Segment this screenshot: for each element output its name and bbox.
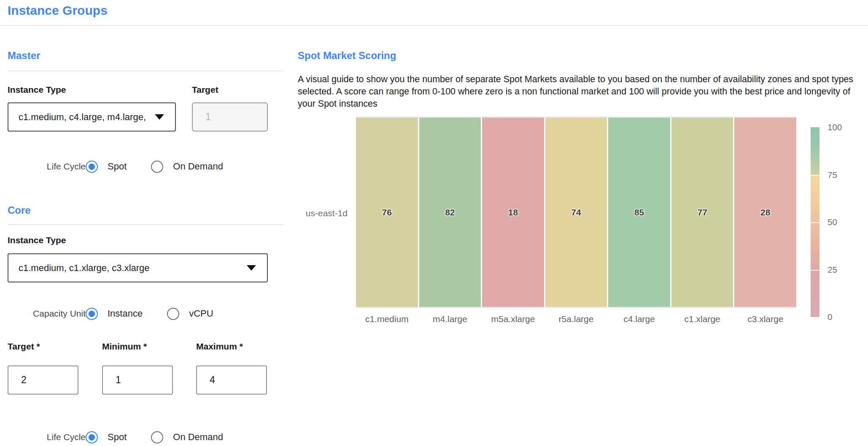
colorbar-divider: [811, 222, 819, 223]
core-minimum-input[interactable]: 1: [102, 365, 173, 395]
core-spot-label: Spot: [108, 432, 127, 443]
heatmap-colorbar: [811, 127, 819, 317]
heatmap-column-label: c1.xlarge: [671, 314, 733, 324]
core-section-heading: Core: [8, 204, 31, 216]
heatmap-cell: 77: [671, 118, 733, 307]
master-life-cycle-option-ondemand[interactable]: On Demand: [151, 161, 223, 173]
colorbar-tick-25: 25: [828, 265, 853, 275]
master-section-heading: Master: [8, 50, 40, 62]
colorbar-tick-75: 75: [828, 170, 853, 180]
heatmap-cell-value: 76: [382, 207, 392, 218]
spot-market-scoring-heading: Spot Market Scoring: [298, 50, 396, 62]
master-instance-type-select[interactable]: c1.medium, c4.large, m4.large, ...: [8, 102, 176, 132]
spot-market-scoring-description: A visual guide to show you the number of…: [298, 73, 860, 110]
core-life-cycle-label: Life Cycle: [8, 432, 86, 442]
core-minimum-value: 1: [116, 374, 121, 386]
core-vcpu-label: vCPU: [189, 308, 213, 319]
heatmap-column-label: c4.large: [608, 314, 670, 324]
heatmap-column-label: c3.xlarge: [734, 314, 796, 324]
colorbar-tick-100: 100: [828, 122, 853, 132]
heatmap-column-labels: c1.medium m4.large m5a.xlarge r5a.large …: [356, 314, 796, 324]
radio-unselected-icon[interactable]: [167, 308, 179, 320]
radio-selected-icon[interactable]: [86, 161, 98, 173]
heatmap-cell-value: 18: [508, 207, 518, 218]
core-maximum-label: Maximum *: [196, 341, 243, 352]
core-instance-label: Instance: [108, 308, 143, 319]
core-life-cycle-row: Life Cycle Spot On Demand: [8, 430, 223, 444]
core-life-cycle-option-spot[interactable]: Spot: [86, 431, 127, 443]
core-section-divider: [8, 224, 283, 225]
colorbar-tick-0: 0: [828, 312, 853, 322]
core-instance-type-value: c1.medium, c1.xlarge, c3.xlarge: [19, 263, 150, 274]
heatmap-cell: 74: [545, 118, 607, 307]
core-maximum-value: 4: [210, 374, 215, 386]
core-target-value: 2: [21, 374, 27, 386]
heatmap-cell: 76: [356, 118, 418, 307]
heatmap-cell-value: 82: [445, 207, 455, 218]
colorbar-divider: [811, 270, 819, 271]
chevron-down-icon: [155, 114, 164, 120]
radio-selected-icon[interactable]: [86, 431, 98, 443]
heatmap-cell: 82: [419, 118, 481, 307]
heatmap-cell: 28: [734, 118, 796, 307]
master-ondemand-label: On Demand: [173, 161, 223, 172]
master-spot-label: Spot: [108, 161, 127, 172]
heatmap-column-label: r5a.large: [545, 314, 607, 324]
colorbar-tick-50: 50: [828, 217, 853, 227]
instance-groups-page: Instance Groups Master Instance Type Tar…: [0, 0, 868, 446]
core-maximum-input[interactable]: 4: [196, 365, 267, 395]
core-instance-type-label: Instance Type: [8, 235, 66, 245]
core-capacity-unit-label: Capacity Unit: [8, 309, 86, 319]
master-target-label: Target: [192, 85, 218, 95]
heatmap-column-label: m5a.xlarge: [482, 314, 544, 324]
master-section-divider: [8, 70, 283, 71]
core-capacity-unit-row: Capacity Unit Instance vCPU: [8, 307, 213, 320]
core-capacity-option-vcpu[interactable]: vCPU: [167, 308, 213, 320]
heatmap-cell-value: 74: [571, 207, 581, 218]
master-instance-type-label: Instance Type: [8, 85, 66, 95]
chevron-down-icon: [247, 265, 256, 271]
radio-unselected-icon[interactable]: [151, 431, 163, 443]
core-target-input[interactable]: 2: [8, 365, 78, 395]
header-divider: [0, 25, 868, 26]
master-instance-type-value: c1.medium, c4.large, m4.large, ...: [19, 112, 149, 123]
core-instance-type-select[interactable]: c1.medium, c1.xlarge, c3.xlarge: [8, 253, 268, 282]
master-target-value: 1: [205, 111, 211, 123]
master-target-input[interactable]: 1: [192, 102, 268, 132]
heatmap-cell-value: 28: [760, 207, 770, 218]
page-title: Instance Groups: [8, 3, 108, 18]
master-life-cycle-row: Life Cycle Spot On Demand: [8, 160, 223, 173]
spot-market-heatmap: 76 82 18 74 85 77 28: [356, 116, 796, 308]
heatmap-column-label: c1.medium: [356, 314, 418, 324]
heatmap-cell-value: 77: [698, 207, 707, 218]
colorbar-divider: [811, 175, 819, 176]
heatmap-cell-value: 85: [634, 207, 644, 218]
core-ondemand-label: On Demand: [173, 432, 223, 443]
heatmap-column-label: m4.large: [419, 314, 481, 324]
heatmap-cell: 18: [482, 118, 544, 307]
heatmap-row-label: us-east-1d: [290, 208, 348, 218]
radio-selected-icon[interactable]: [86, 308, 98, 320]
heatmap-cell: 85: [608, 118, 670, 307]
core-capacity-option-instance[interactable]: Instance: [86, 308, 143, 320]
master-life-cycle-option-spot[interactable]: Spot: [86, 161, 127, 173]
core-target-label: Target *: [8, 341, 40, 352]
master-life-cycle-label: Life Cycle: [8, 161, 86, 172]
core-life-cycle-option-ondemand[interactable]: On Demand: [151, 431, 223, 443]
core-minimum-label: Minimum *: [102, 341, 147, 352]
radio-unselected-icon[interactable]: [151, 161, 163, 173]
